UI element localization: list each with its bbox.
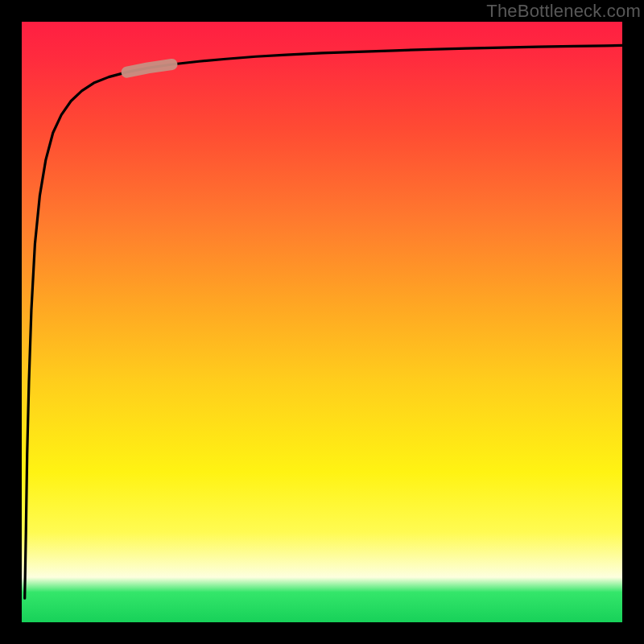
attribution-text: TheBottleneck.com	[486, 1, 641, 22]
chart-plot-area	[22, 22, 622, 622]
chart-stage: TheBottleneck.com	[0, 0, 644, 644]
